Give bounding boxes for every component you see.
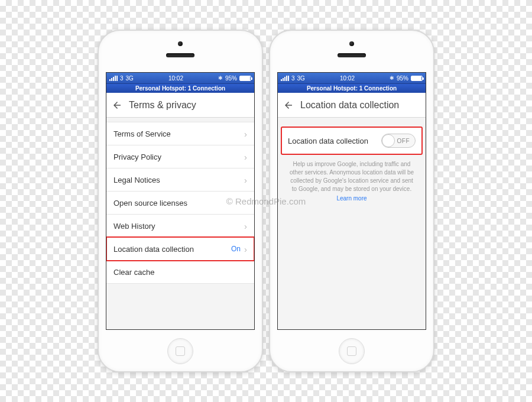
chevron-right-icon: › — [244, 221, 247, 231]
camera-dot — [178, 41, 183, 46]
battery-pct: 95% — [225, 75, 237, 82]
network-label: 3G — [297, 75, 305, 82]
row-clear-cache[interactable]: Clear cache — [106, 260, 254, 284]
status-right: ✱ 95% — [218, 75, 251, 82]
row-privacy-policy[interactable]: Privacy Policy › — [106, 145, 254, 168]
back-button[interactable] — [111, 99, 123, 111]
status-left: 3 3G — [109, 75, 134, 82]
status-bar: 3 3G 10:02 ✱ 95% — [278, 73, 426, 83]
row-open-source-licenses[interactable]: Open source licenses — [106, 191, 254, 215]
hotspot-banner: Personal Hotspot: 1 Connection — [106, 83, 254, 93]
chevron-right-icon: › — [244, 175, 247, 185]
battery-pct: 95% — [397, 75, 408, 82]
row-location-data-collection[interactable]: Location data collection On › — [106, 237, 254, 261]
status-time: 10:02 — [340, 75, 355, 82]
battery-icon — [239, 76, 251, 81]
detail-content: Location data collection OFF Help us imp… — [278, 118, 426, 329]
row-label: Terms of Service — [113, 129, 171, 138]
carrier-label: 3 — [120, 75, 124, 82]
home-button[interactable] — [339, 338, 365, 364]
status-right: ✱ 95% — [390, 75, 423, 82]
app-header: Location data collection — [278, 93, 426, 118]
row-label: Legal Notices — [113, 176, 160, 184]
row-terms-of-service[interactable]: Terms of Service › — [106, 122, 254, 145]
hotspot-banner: Personal Hotspot: 1 Connection — [278, 83, 426, 93]
screen-left: 3 3G 10:02 ✱ 95% Personal Hotspot: 1 Con… — [106, 72, 255, 330]
screen-right: 3 3G 10:02 ✱ 95% Personal Hotspot: 1 Con… — [277, 72, 426, 330]
battery-icon — [411, 76, 423, 81]
page-title: Location data collection — [300, 100, 399, 111]
toggle-knob — [382, 134, 395, 147]
home-button[interactable] — [167, 338, 193, 364]
chevron-right-icon: › — [244, 152, 247, 162]
network-label: 3G — [126, 75, 134, 82]
toggle-state-text: OFF — [397, 138, 410, 144]
row-label: Web History — [113, 222, 155, 231]
back-button[interactable] — [283, 99, 294, 111]
help-text: Help us improve Google, including traffi… — [278, 154, 426, 193]
speaker-slot — [338, 53, 366, 57]
settings-list: Terms of Service › Privacy Policy › Lega… — [106, 118, 254, 329]
bluetooth-icon: ✱ — [390, 75, 394, 81]
camera-dot — [349, 41, 354, 46]
carrier-label: 3 — [291, 75, 295, 82]
toggle-label: Location data collection — [288, 137, 368, 145]
toggle-switch[interactable]: OFF — [381, 134, 416, 148]
chevron-right-icon: › — [244, 244, 247, 254]
row-label: Clear cache — [113, 268, 154, 277]
row-value: On — [231, 245, 241, 253]
phone-right: 3 3G 10:02 ✱ 95% Personal Hotspot: 1 Con… — [269, 30, 434, 372]
chevron-right-icon: › — [244, 129, 247, 139]
row-label: Privacy Policy — [113, 153, 161, 161]
signal-icon — [281, 76, 289, 81]
app-header: Terms & privacy — [106, 93, 254, 118]
arrow-left-icon — [283, 100, 294, 111]
row-label: Location data collection — [113, 245, 194, 254]
status-left: 3 3G — [281, 75, 305, 82]
signal-icon — [109, 76, 118, 81]
phone-left: 3 3G 10:02 ✱ 95% Personal Hotspot: 1 Con… — [98, 30, 263, 372]
speaker-slot — [166, 53, 194, 57]
row-legal-notices[interactable]: Legal Notices › — [106, 168, 254, 192]
status-time: 10:02 — [168, 75, 183, 82]
row-label: Open source licenses — [113, 199, 187, 208]
row-web-history[interactable]: Web History › — [106, 214, 254, 238]
toggle-row-location-data: Location data collection OFF — [281, 127, 422, 154]
bluetooth-icon: ✱ — [218, 75, 223, 81]
learn-more-link[interactable]: Learn more — [278, 195, 426, 202]
page-title: Terms & privacy — [129, 100, 196, 111]
arrow-left-icon — [112, 100, 122, 111]
status-bar: 3 3G 10:02 ✱ 95% — [106, 73, 254, 83]
row-right-group: On › — [231, 244, 247, 254]
